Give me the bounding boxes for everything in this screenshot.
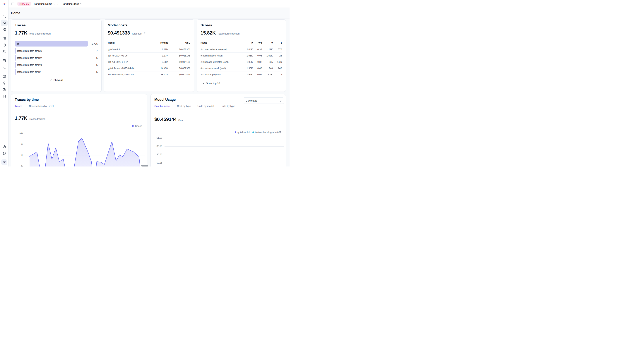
card-title: Model costs <box>108 23 190 27</box>
topbar: PROD-EU Langfuse Demo / langfuse-docs <box>9 0 290 8</box>
org-selector[interactable]: Langfuse Demo <box>34 2 56 5</box>
card-title: Traces by time <box>15 98 39 102</box>
y-tick: 30 <box>11 164 23 166</box>
user-avatar[interactable]: FK <box>1 159 7 165</box>
prompt-file-icon <box>3 59 6 62</box>
model-costs-table: Model Tokens USD gpt-4o-mini2.21M$0.4563… <box>108 41 190 78</box>
y-tick: 120 <box>11 132 23 134</box>
list-item[interactable]: dataset-run-item-cmcjf 5 <box>15 69 98 74</box>
gridline <box>26 166 145 166</box>
traces-total-label: Total traces tracked <box>29 32 51 35</box>
total-scores-label: Total scores tracked <box>217 32 240 35</box>
sidebar-item-settings[interactable] <box>1 144 8 150</box>
tab-cost-by-type[interactable]: Cost by type <box>177 105 191 110</box>
langfuse-logo-icon <box>2 2 6 6</box>
sidebar-item-users[interactable] <box>1 48 8 55</box>
sidebar-item-sessions[interactable] <box>1 42 8 48</box>
clock-icon <box>3 43 6 47</box>
terminal-icon <box>3 66 6 69</box>
tab-observations-by-level[interactable]: Observations by Level <box>29 105 54 110</box>
lightbulb-icon <box>3 81 6 85</box>
list-item[interactable]: dataset-run-item-cmcvp 5 <box>15 62 98 68</box>
bar <box>15 55 16 60</box>
show-top-20-button[interactable]: Show top 20 <box>202 82 282 85</box>
gridline <box>26 133 145 133</box>
sidebar-item-home[interactable] <box>1 20 8 26</box>
tbt-tabs: Traces Observations by Level <box>11 105 147 110</box>
sidebar-item-tracing[interactable] <box>1 35 8 42</box>
legend-dot <box>132 125 134 127</box>
chevron-down-icon <box>80 2 83 5</box>
bar <box>15 41 88 46</box>
table-row: # hallucination (eval)1.96K0.051.58K25 <box>201 52 282 59</box>
scrollbar-thumb[interactable] <box>141 165 148 166</box>
show-all-button[interactable]: Show all <box>15 79 98 82</box>
bar <box>15 62 16 68</box>
table-row: gpt-4o-2024-08-063.13K$0.015175 <box>108 52 190 59</box>
traces-tracked-label: Traces tracked <box>29 118 46 120</box>
y-tick: 60 <box>11 154 23 156</box>
sidebar-item-evaluators[interactable] <box>1 73 8 80</box>
search-icon <box>3 14 6 18</box>
card-title: Traces <box>15 23 98 27</box>
sidebar-item-playground[interactable] <box>1 64 8 71</box>
y-tick: $0.50 <box>151 153 162 156</box>
scores-card: Scores 15.82K Total scores tracked Name … <box>197 20 286 92</box>
org-name: Langfuse Demo <box>34 2 52 5</box>
card-title: Scores <box>201 23 282 27</box>
scores-table: Name # Avg 0 1 # contextrelevance (eval)… <box>201 41 282 78</box>
sidebar-item-support[interactable] <box>1 150 8 157</box>
gridline <box>165 138 284 138</box>
breadcrumb-separator: / <box>58 2 58 6</box>
table-row: # conciseness-v1 (eval)1.95K0.48240242 <box>201 65 282 72</box>
tab-units-by-model[interactable]: Units by model <box>197 105 214 110</box>
traces-total: 1.77K <box>15 30 27 36</box>
list-item[interactable]: qa 1,736 <box>15 41 98 46</box>
bar <box>15 48 16 54</box>
users-icon <box>3 50 6 54</box>
sidebar-item-experiments[interactable] <box>1 80 8 86</box>
card-title: Model Usage <box>154 98 176 102</box>
table-row: # contextrelevance (eval)2.04K0.341.21K5… <box>201 46 282 52</box>
evaluator-icon <box>3 74 6 78</box>
model-costs-card: Model costs $0.491333 Total cost Model T… <box>104 20 194 92</box>
sidebar-item-annotation[interactable] <box>1 86 8 93</box>
total-cost-label: Total cost <box>132 32 142 35</box>
sidebar-toggle-icon[interactable] <box>11 2 14 6</box>
sidebar-item-prompts[interactable] <box>1 58 8 64</box>
table-row: gpt-4.1-nano-2025-04-1414.45K$0.002906 <box>108 65 190 72</box>
dashboard-icon <box>3 28 6 32</box>
list-item[interactable]: dataset-run-item-cmc29 7 <box>15 48 98 54</box>
list-item[interactable]: dataset-run-item-cmcky 5 <box>15 55 98 60</box>
y-tick: $1.00 <box>151 136 162 139</box>
traces-tracked: 1.77K <box>15 115 27 121</box>
sidebar-item-dashboards[interactable] <box>1 26 8 33</box>
total-scores: 15.82K <box>201 30 216 36</box>
chevron-down-icon <box>202 82 204 84</box>
home-icon <box>3 21 6 25</box>
sidebar-item-datasets[interactable] <box>1 93 8 100</box>
project-selector[interactable]: langfuse-docs <box>63 2 83 5</box>
environment-badge: PROD-EU <box>17 2 31 6</box>
sidebar-item-search[interactable] <box>1 13 8 20</box>
app-root: FK PROD-EU Langfuse Demo / langfuse-docs… <box>0 0 290 166</box>
tab-cost-by-model[interactable]: Cost by model <box>154 105 170 110</box>
gridline <box>165 163 284 163</box>
trace-name-list: qa 1,736 dataset-run-item-cmc29 7 datase… <box>15 41 98 74</box>
legend-dot <box>235 132 236 133</box>
gridline <box>26 155 145 156</box>
y-tick: $0.25 <box>151 162 162 164</box>
dashboard-content: Traces 1.77K Total traces tracked qa 1,7… <box>9 18 290 166</box>
tbt-legend: Traces <box>132 124 142 127</box>
chevrons-up-down-icon <box>279 99 282 102</box>
database-icon <box>3 94 6 98</box>
usage-legend: gpt-4o-mini text-embedding-ada-002 <box>235 131 281 134</box>
tab-traces[interactable]: Traces <box>15 105 22 110</box>
tab-units-by-type[interactable]: Units by type <box>221 105 235 110</box>
table-row: # language-detector (eval)1.95K0.823551.… <box>201 59 282 65</box>
bar <box>15 69 16 74</box>
info-icon[interactable] <box>144 32 146 34</box>
model-usage-card: Model Usage 2 selected Cost by model Cos… <box>151 94 286 166</box>
gear-icon <box>3 145 6 148</box>
model-select[interactable]: 2 selected <box>243 98 284 104</box>
